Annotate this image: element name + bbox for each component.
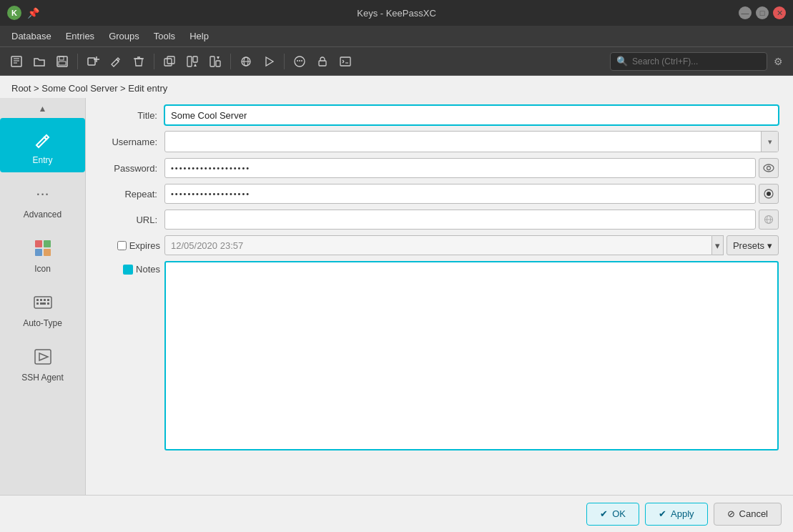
url-field-group (164, 210, 779, 230)
menu-tools[interactable]: Tools (147, 28, 182, 44)
sidebar-item-icon[interactable]: Icon (0, 227, 85, 281)
svg-rect-35 (35, 249, 42, 256)
show-password-btn[interactable] (759, 158, 779, 178)
title-row: Title: (100, 105, 779, 125)
maximize-button[interactable]: □ (756, 6, 769, 19)
console-btn[interactable] (335, 51, 356, 72)
username-dropdown-btn[interactable]: ▾ (761, 132, 778, 152)
open-db-btn[interactable] (29, 51, 50, 72)
url-label: URL: (100, 215, 164, 225)
password-label: Password: (100, 163, 164, 174)
svg-rect-36 (44, 249, 51, 256)
svg-marker-16 (194, 64, 197, 66)
notes-label: Notes (136, 264, 160, 275)
clone-entry-btn[interactable] (159, 51, 180, 72)
password-input[interactable] (164, 158, 756, 178)
search-settings-btn[interactable]: ⚙ (769, 52, 787, 71)
presets-label: Presets (733, 240, 764, 251)
url-row: URL: (100, 210, 779, 230)
username-input[interactable] (165, 132, 761, 152)
repeat-input[interactable] (164, 184, 756, 204)
sidebar-item-autotype[interactable]: Auto-Type (0, 281, 85, 335)
apply-button[interactable]: ✔ Apply (645, 503, 708, 526)
form-area: Title: Username: ▾ Password: (86, 98, 793, 495)
menu-bar: Database Entries Groups Tools Help (0, 26, 793, 47)
expires-label: Expires (129, 240, 160, 251)
password-row: Password: (100, 158, 779, 178)
svg-point-49 (767, 167, 771, 170)
svg-rect-40 (44, 299, 46, 301)
breadcrumb: Root > Some Cool Server > Edit entry (0, 76, 793, 98)
window-title: Keys - KeePassXC (357, 8, 436, 19)
delete-entry-btn[interactable] (128, 51, 149, 72)
add-entry-btn[interactable] (82, 51, 104, 72)
presets-chevron: ▾ (767, 240, 772, 251)
svg-point-26 (299, 60, 300, 61)
menu-help[interactable]: Help (182, 28, 216, 44)
menu-groups[interactable]: Groups (102, 28, 147, 44)
url-input[interactable] (164, 210, 756, 230)
password-quality-btn[interactable] (759, 184, 779, 204)
close-button[interactable]: ✕ (773, 6, 786, 19)
advanced-icon: ··· (30, 181, 56, 207)
repeat-row: Repeat: (100, 184, 779, 204)
repeat-label: Repeat: (100, 189, 164, 200)
apply-icon: ✔ (659, 508, 666, 519)
notes-label-area: Notes (100, 261, 164, 275)
pin-icon[interactable]: 📌 (27, 7, 39, 19)
run-script-btn[interactable] (258, 51, 280, 72)
main-content: Root > Some Cool Server > Edit entry ▲ E… (0, 76, 793, 532)
svg-rect-28 (319, 61, 326, 66)
notes-textarea[interactable] (164, 261, 779, 450)
search-box: 🔍 (610, 52, 767, 71)
svg-rect-0 (11, 56, 21, 66)
menu-database[interactable]: Database (4, 28, 59, 44)
ok-button[interactable]: ✔ OK (586, 503, 639, 526)
username-row: Username: ▾ (100, 131, 779, 152)
entry-icon (30, 127, 56, 152)
expires-row: Expires ▾ Presets ▾ (100, 235, 779, 255)
open-url-btn[interactable] (235, 51, 257, 72)
search-input[interactable] (632, 56, 747, 66)
app-icon: K (7, 6, 21, 20)
svg-marker-17 (217, 56, 220, 59)
generate-password-btn[interactable] (289, 51, 310, 72)
svg-marker-23 (266, 57, 273, 66)
save-db-btn[interactable] (51, 51, 73, 72)
title-input[interactable] (164, 105, 779, 125)
svg-line-31 (343, 61, 344, 63)
autotype-icon (30, 290, 56, 315)
svg-rect-6 (59, 61, 66, 65)
svg-rect-33 (35, 240, 42, 247)
svg-rect-44 (47, 302, 49, 305)
move-entry-up-btn[interactable] (182, 51, 203, 72)
new-db-btn[interactable] (6, 51, 27, 72)
cancel-icon: ⊘ (727, 508, 735, 519)
svg-rect-29 (340, 57, 350, 66)
svg-point-25 (297, 60, 298, 61)
cancel-button[interactable]: ⊘ Cancel (714, 503, 782, 526)
apply-label: Apply (671, 508, 694, 519)
expires-checkbox[interactable] (117, 241, 127, 250)
expires-date-input[interactable] (164, 235, 712, 255)
svg-rect-12 (164, 59, 172, 66)
password-field-group (164, 158, 779, 178)
bottom-bar: ✔ OK ✔ Apply ⊘ Cancel (0, 495, 793, 532)
sidebar-item-sshagent[interactable]: SSH Agent (0, 335, 85, 390)
sidebar-collapse-btn[interactable]: ▲ (39, 104, 47, 114)
menu-entries[interactable]: Entries (59, 28, 102, 44)
sidebar-item-entry[interactable]: Entry (0, 118, 85, 172)
expires-dropdown-btn[interactable]: ▾ (712, 235, 724, 255)
lock-db-btn[interactable] (312, 51, 333, 72)
move-entry-down-btn[interactable] (205, 51, 226, 72)
sidebar-item-advanced[interactable]: ··· Advanced (0, 172, 85, 227)
expires-presets-btn[interactable]: Presets ▾ (726, 235, 779, 255)
ok-label: OK (612, 508, 626, 519)
svg-rect-39 (40, 299, 42, 301)
svg-rect-34 (44, 240, 51, 247)
open-url-btn[interactable] (759, 210, 779, 230)
edit-entry-btn[interactable] (105, 51, 127, 72)
minimize-button[interactable]: — (739, 6, 752, 19)
search-icon: 🔍 (616, 56, 628, 66)
title-label: Title: (100, 110, 164, 121)
